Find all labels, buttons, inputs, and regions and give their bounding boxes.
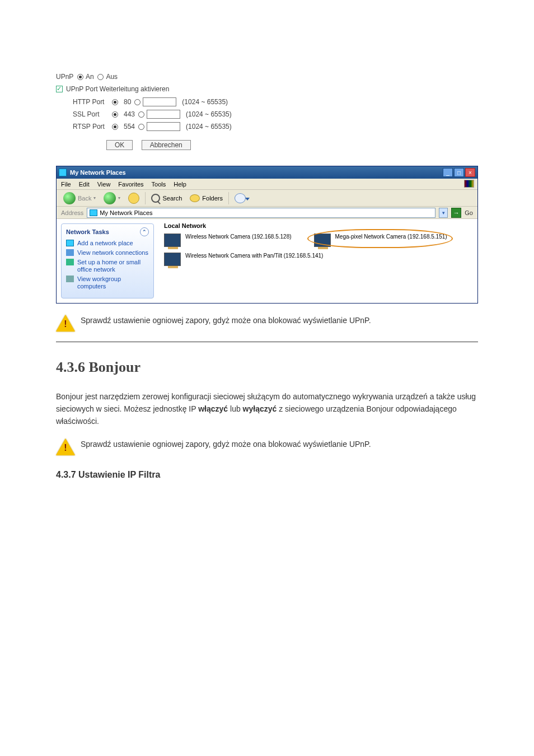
warning-text-2: Sprawdź ustawienie ogniowej zapory, gdyż…	[81, 438, 371, 450]
warning-row-1: ! Sprawdź ustawienie ogniowej zapory, gd…	[56, 315, 478, 332]
menu-favorites[interactable]: Favorites	[118, 181, 143, 188]
warning-icon: !	[56, 315, 75, 332]
device-item[interactable]: Wireless Network Camera (192.168.5.128)	[164, 234, 292, 247]
up-button[interactable]	[126, 192, 142, 205]
maximize-button[interactable]: □	[454, 168, 464, 177]
upnp-off-label: Aus	[106, 73, 118, 81]
menubar: File Edit View Favorites Tools Help	[57, 179, 477, 190]
warning-row-2: ! Sprawdź ustawienie ogniowej zapory, gd…	[56, 438, 478, 455]
toolbar: Back ▾ ▾ Search Folders	[57, 190, 477, 207]
device-item-highlighted[interactable]: Mega-pixel Network Camera (192.168.5.151…	[314, 234, 447, 247]
main-content: Local Network Wireless Network Camera (1…	[158, 219, 477, 303]
http-port-default-radio[interactable]	[112, 99, 118, 105]
ssl-port-input[interactable]	[147, 110, 180, 119]
monitor-icon	[164, 234, 181, 247]
address-bar: Address My Network Places ▾ → Go	[57, 207, 477, 219]
menu-help[interactable]: Help	[174, 181, 186, 188]
up-icon	[128, 193, 139, 204]
divider	[56, 342, 478, 342]
ssl-port-range: (1024 ~ 65535)	[186, 110, 232, 118]
http-port-default-value: 80	[124, 98, 131, 106]
task-view-connections[interactable]: View network connections	[66, 249, 149, 256]
views-button[interactable]	[232, 192, 248, 204]
ok-button[interactable]: OK	[106, 140, 133, 150]
search-icon	[151, 194, 160, 203]
titlebar: My Network Places _ □ ×	[57, 166, 477, 179]
upnp-forward-label: UPnP Port Weiterleitung aktivieren	[66, 85, 169, 93]
ssl-port-default-value: 443	[124, 110, 135, 118]
device-item[interactable]: Wireless Network Camera with Pan/Tilt (1…	[164, 253, 323, 266]
port-table: HTTP Port 80 (1024 ~ 65535) SSL Port 443…	[73, 97, 478, 131]
explorer-window: My Network Places _ □ × File Edit View F…	[56, 166, 478, 304]
upnp-on-radio[interactable]	[77, 74, 83, 80]
window-icon	[59, 169, 67, 176]
http-port-range: (1024 ~ 65535)	[182, 98, 228, 106]
task-view-workgroup[interactable]: View workgroup computers	[66, 276, 149, 290]
connections-icon	[66, 249, 74, 256]
go-label: Go	[465, 209, 473, 216]
back-button[interactable]: Back ▾	[61, 191, 98, 206]
local-network-header: Local Network	[164, 222, 472, 229]
warning-icon: !	[56, 438, 75, 455]
ssl-port-label: SSL Port	[73, 110, 112, 118]
upnp-forward-checkbox[interactable]	[56, 86, 63, 92]
rtsp-port-range: (1024 ~ 65535)	[186, 123, 232, 130]
upnp-off-radio[interactable]	[97, 74, 104, 80]
close-button[interactable]: ×	[465, 168, 475, 177]
monitor-icon	[164, 253, 181, 266]
workgroup-icon	[66, 276, 74, 282]
ssl-port-default-radio[interactable]	[112, 111, 118, 118]
go-button[interactable]: →	[451, 208, 461, 218]
ssl-port-custom-radio[interactable]	[138, 111, 144, 118]
http-port-label: HTTP Port	[73, 98, 112, 106]
network-tasks-header: Network Tasks	[66, 228, 109, 235]
setup-icon	[66, 259, 74, 265]
address-dropdown[interactable]: ▾	[439, 208, 448, 218]
forward-icon	[104, 192, 116, 204]
cancel-button[interactable]: Abbrechen	[142, 140, 191, 150]
task-add-place[interactable]: Add a network place	[66, 240, 149, 247]
folders-icon	[190, 194, 200, 202]
network-tasks-panel: Network Tasks ⌃ Add a network place View…	[61, 223, 154, 298]
address-label: Address	[61, 209, 83, 216]
address-field[interactable]: My Network Places	[87, 208, 435, 218]
search-label: Search	[162, 195, 182, 202]
menu-edit[interactable]: Edit	[79, 181, 90, 188]
rtsp-port-default-value: 554	[124, 123, 135, 130]
device-label-3: Wireless Network Camera with Pan/Tilt (1…	[185, 253, 323, 259]
rtsp-port-label: RTSP Port	[73, 123, 112, 130]
rtsp-port-custom-radio[interactable]	[138, 124, 144, 130]
highlight-callout	[307, 229, 453, 248]
task-setup-network[interactable]: Set up a home or small office network	[66, 259, 149, 273]
upnp-settings-panel: UPnP An Aus UPnP Port Weiterleitung akti…	[56, 73, 478, 150]
bonjour-paragraph: Bonjour jest narzędziem zerowej konfigur…	[56, 390, 478, 427]
windows-flag-icon	[464, 180, 474, 188]
section-title-bonjour: 4.3.6 Bonjour	[56, 359, 478, 376]
warning-text-1: Sprawdź ustawienie ogniowej zapory, gdyż…	[81, 315, 371, 326]
address-value: My Network Places	[100, 209, 152, 216]
add-place-icon	[66, 240, 74, 246]
device-label-1: Wireless Network Camera (192.168.5.128)	[185, 234, 292, 240]
collapse-icon[interactable]: ⌃	[140, 227, 149, 236]
back-label: Back	[78, 195, 91, 202]
views-icon	[235, 193, 246, 203]
http-port-custom-radio[interactable]	[134, 99, 140, 105]
menu-view[interactable]: View	[97, 181, 111, 188]
folders-button[interactable]: Folders	[188, 193, 225, 203]
side-panel-area: Network Tasks ⌃ Add a network place View…	[57, 219, 158, 303]
rtsp-port-input[interactable]	[147, 122, 180, 131]
window-title: My Network Places	[70, 169, 126, 176]
back-icon	[63, 192, 76, 204]
address-icon	[90, 209, 97, 216]
rtsp-port-default-radio[interactable]	[112, 124, 118, 130]
minimize-button[interactable]: _	[443, 168, 453, 177]
forward-button[interactable]: ▾	[101, 191, 123, 206]
http-port-input[interactable]	[143, 97, 176, 106]
menu-tools[interactable]: Tools	[152, 181, 166, 188]
section-title-ipfilter: 4.3.7 Ustawienie IP Filtra	[56, 470, 478, 480]
folders-label: Folders	[202, 195, 223, 202]
upnp-label: UPnP	[56, 73, 73, 81]
upnp-on-label: An	[86, 73, 94, 81]
search-button[interactable]: Search	[149, 193, 184, 204]
menu-file[interactable]: File	[61, 181, 71, 188]
